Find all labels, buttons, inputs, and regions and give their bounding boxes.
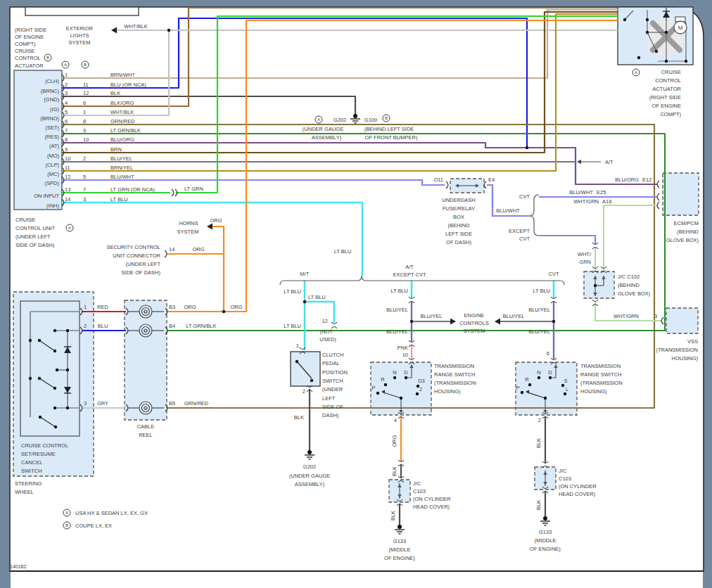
label-ecs-2: CONTROLS xyxy=(459,320,489,326)
label-whtgrn-2: GRN xyxy=(579,259,591,265)
badge-a-actuator-tr-letter: A xyxy=(635,70,637,75)
label-bluyel-at-2: BLU/YEL xyxy=(386,328,408,335)
label-trs1-blk: BLK xyxy=(391,466,398,476)
act-dot-6 xyxy=(665,60,668,63)
sw-dot-10 xyxy=(38,377,41,380)
sw-dot-5 xyxy=(56,369,58,371)
label-trs1-2: RANGE SWITCH xyxy=(434,371,475,378)
label-ecm-2: (BEHIND xyxy=(677,229,699,235)
label-e25-color: BLU/WHT xyxy=(569,189,593,196)
pin-name-10: (CLP) xyxy=(45,162,59,168)
label-trs2-3: (TRANSMISSION xyxy=(580,380,623,386)
trs1-dot-d xyxy=(405,376,407,379)
reel-b5: B5 xyxy=(169,400,175,407)
label-ltblu-mt-2: LT BLU xyxy=(308,294,326,300)
junction-mt xyxy=(303,300,306,303)
pin-a-2: 2 xyxy=(65,82,68,88)
label-lt-grn-after-conn: LT GRN xyxy=(184,186,203,192)
sw-dot-14 xyxy=(54,426,57,428)
label-g133b-2: (MIDDLE xyxy=(535,537,557,544)
label-bluyel-ecs-r: BLU/YEL xyxy=(503,313,525,319)
label-cvt-top: CVT xyxy=(519,193,530,200)
wirecolor-2: BLU (OR NCA) xyxy=(110,82,146,88)
label-g133a-3: OF ENGINE) xyxy=(384,555,415,561)
sw-dot-8 xyxy=(29,377,32,380)
wirecolor-12: BLU/WHT xyxy=(110,174,134,180)
label-jc102-2: (BEHIND xyxy=(618,282,640,288)
wirecolor-7: LT GRN/BLK xyxy=(110,127,141,134)
label-wht-blk-top: WHT/BLK xyxy=(124,23,147,30)
trs1-d3: D3 xyxy=(418,378,425,384)
label-g100-loc-2: OF FRONT BUMPER) xyxy=(365,134,418,141)
wirecolor-14: LT BLU xyxy=(110,196,128,203)
trs2-dot-d xyxy=(549,376,552,379)
reel-b4: B4 xyxy=(169,323,175,329)
box-topleft-partial xyxy=(25,7,139,15)
trs1-r: R xyxy=(381,376,385,383)
trs2-dot-s xyxy=(561,384,564,387)
ground-g133-1-dot xyxy=(398,525,402,529)
sw-pin-1: 1 xyxy=(84,304,87,310)
pin-b-10: 2 xyxy=(83,155,86,162)
act-dot-4 xyxy=(655,50,658,53)
label-ltblu-at: LT BLU xyxy=(390,288,408,294)
wiring-diagram-page: MABBAABAAB(RIGHT SIDEOF ENGINECOMPT)CRUI… xyxy=(0,0,712,588)
label-notused-2: USED) xyxy=(319,336,336,343)
pin-name-14: (INH) xyxy=(46,203,59,209)
pin-name-1: (CLH) xyxy=(45,78,60,84)
label-bluyel-cvt-2: BLU/YEL xyxy=(528,328,550,335)
trs1-dot-r xyxy=(384,383,387,386)
sw-blu: BLU xyxy=(98,323,108,329)
label-jc103b-blk: BLK xyxy=(535,500,542,510)
label-ecm-3: GLOVE BOX) xyxy=(666,237,699,243)
label-jc103a-1: J/C xyxy=(413,480,421,487)
label-whtgrn-1: WHT/ xyxy=(578,251,592,257)
pin-a-9: 9 xyxy=(65,146,68,153)
label-pin10: 10 xyxy=(402,352,408,358)
label-g202b-3: ASSEMBLY) xyxy=(295,481,325,487)
pin-a-11: 11 xyxy=(65,165,70,171)
reel-b3-org: ORG xyxy=(184,304,196,310)
trs1-2: 2 xyxy=(419,386,422,392)
sw-dot-6 xyxy=(66,369,69,371)
label-actuator-tr-5: OF ENGINE xyxy=(652,103,681,109)
trs2-r: R xyxy=(525,376,529,383)
label-horns-1: HORNS xyxy=(179,220,198,226)
label-horns-2: SYSTEM xyxy=(177,229,199,235)
label-jc103a-3: (ON CYLINDER xyxy=(413,496,451,502)
label-clutch-6: LEFT xyxy=(322,395,336,402)
act-dot-7 xyxy=(685,60,687,63)
label-horns-org: ORG xyxy=(210,217,222,224)
label-g202: G202 xyxy=(333,117,346,123)
label-underdash-2: FUSE/RELAY xyxy=(443,205,475,212)
label-cruise-unit-1: CRUISE xyxy=(15,217,35,223)
act-dot-3 xyxy=(646,31,649,34)
label-ltblu-mt-3: LT BLU xyxy=(284,323,301,329)
label-notused-1: (NOT xyxy=(320,328,333,335)
label-bluyel-at-1: BLU/YEL xyxy=(386,307,408,313)
pin-a-13: 13 xyxy=(65,186,70,193)
badge-b-g100-letter: B xyxy=(385,116,388,120)
pin-b-7: 9 xyxy=(83,127,86,134)
badge-a-g202-letter: A xyxy=(317,117,320,122)
pin-a-12: 12 xyxy=(65,174,70,180)
wirecolor-5: WHT/BLK xyxy=(110,109,134,115)
label-jc103a-2: C103 xyxy=(413,488,426,494)
label-actuator-tr-3: ACTUATOR xyxy=(652,86,681,92)
label-g202-loc-1: (UNDER GAUGE xyxy=(303,126,343,132)
sw-dot-3 xyxy=(53,407,56,409)
label-cable-1: CABLE xyxy=(137,423,155,430)
ground-g202-clutch-dot xyxy=(307,450,312,454)
footnote-a: USA HX & SEDAN LX, EX, GX xyxy=(75,510,148,516)
sw-pin-3: 3 xyxy=(84,400,87,407)
pin-b-3: 12 xyxy=(83,90,89,96)
label-g133a-2: (MIDDLE xyxy=(389,547,411,553)
label-right-side-5: CONTROL xyxy=(15,55,41,61)
label-actuator-tr-4: (RIGHT SIDE xyxy=(649,94,681,101)
trs1-dot-pivot xyxy=(400,397,402,400)
label-pin6: 6 xyxy=(547,350,549,357)
trs2-d: D xyxy=(548,369,552,376)
label-steering-2: WHEEL xyxy=(15,489,34,495)
label-clutch-pin2: 2 xyxy=(303,388,305,395)
badge-a-cruise-unit-letter: A xyxy=(68,226,71,230)
